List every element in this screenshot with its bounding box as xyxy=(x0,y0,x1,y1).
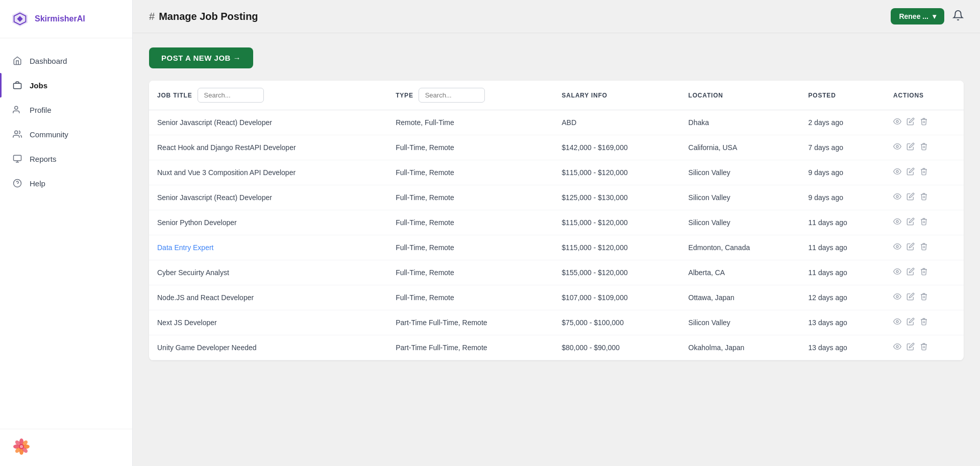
job-actions-cell xyxy=(885,160,964,185)
view-icon[interactable] xyxy=(893,317,901,328)
help-icon xyxy=(12,178,22,188)
profile-icon xyxy=(12,105,22,115)
sidebar-item-dashboard[interactable]: Dashboard xyxy=(0,48,132,73)
delete-icon[interactable] xyxy=(920,242,928,253)
table-row: Node.JS and React Developer Full-Time, R… xyxy=(149,285,964,310)
job-title-cell: Next JS Developer xyxy=(149,310,387,335)
job-salary-cell: $142,000 - $169,000 xyxy=(553,135,680,160)
type-search-input[interactable] xyxy=(419,88,485,103)
sidebar-item-reports[interactable]: Reports xyxy=(0,146,132,171)
edit-icon[interactable] xyxy=(906,292,915,303)
svg-point-21 xyxy=(896,120,898,122)
sidebar-item-label: Reports xyxy=(30,155,57,163)
delete-icon[interactable] xyxy=(920,117,928,128)
table-row: Cyber Secuirty Analyst Full-Time, Remote… xyxy=(149,260,964,285)
job-posted-cell: 2 days ago xyxy=(800,110,885,135)
job-location-cell: Okaholma, Japan xyxy=(680,335,800,360)
job-location-cell: Alberta, CA xyxy=(680,260,800,285)
view-icon[interactable] xyxy=(893,217,901,228)
job-title-cell: Nuxt and Vue 3 Composition API Developer xyxy=(149,160,387,185)
job-type-cell: Remote, Full-Time xyxy=(387,110,553,135)
user-menu-button[interactable]: Renee ... ▾ xyxy=(891,8,944,24)
job-type-cell: Full-Time, Remote xyxy=(387,260,553,285)
job-posted-cell: 11 days ago xyxy=(800,235,885,260)
table-row: Senior Python Developer Full-Time, Remot… xyxy=(149,210,964,235)
edit-icon[interactable] xyxy=(906,242,915,253)
page-title-area: # Manage Job Posting xyxy=(149,11,258,22)
job-actions-cell xyxy=(885,310,964,335)
edit-icon[interactable] xyxy=(906,167,915,178)
job-type-cell: Full-Time, Remote xyxy=(387,235,553,260)
job-actions-cell xyxy=(885,210,964,235)
sidebar-item-help[interactable]: Help xyxy=(0,171,132,195)
svg-point-25 xyxy=(896,220,898,223)
header: # Manage Job Posting Renee ... ▾ xyxy=(133,0,980,33)
table-row: Nuxt and Vue 3 Composition API Developer… xyxy=(149,160,964,185)
job-actions-cell xyxy=(885,335,964,360)
edit-icon[interactable] xyxy=(906,117,915,128)
dropdown-icon: ▾ xyxy=(933,12,936,20)
sidebar-item-label: Profile xyxy=(30,106,52,114)
table-row: Data Entry Expert Full-Time, Remote $115… xyxy=(149,235,964,260)
delete-icon[interactable] xyxy=(920,292,928,303)
job-location-cell: California, USA xyxy=(680,135,800,160)
job-type-cell: Full-Time, Remote xyxy=(387,185,553,210)
view-icon[interactable] xyxy=(893,117,901,128)
delete-icon[interactable] xyxy=(920,317,928,328)
view-icon[interactable] xyxy=(893,342,901,353)
edit-icon[interactable] xyxy=(906,192,915,203)
sidebar-item-label: Dashboard xyxy=(30,57,67,65)
job-location-cell: Silicon Valley xyxy=(680,210,800,235)
sidebar-item-community[interactable]: Community xyxy=(0,122,132,146)
job-posted-cell: 9 days ago xyxy=(800,160,885,185)
delete-icon[interactable] xyxy=(920,192,928,203)
sidebar: SkirmisherAI Dashboard Jobs xyxy=(0,0,133,466)
job-posted-cell: 11 days ago xyxy=(800,210,885,235)
logo-icon xyxy=(10,9,30,29)
svg-point-4 xyxy=(15,131,18,134)
delete-icon[interactable] xyxy=(920,342,928,353)
view-icon[interactable] xyxy=(893,267,901,278)
notification-bell-button[interactable] xyxy=(952,10,964,23)
job-title-cell: React Hook and Django RestAPI Developer xyxy=(149,135,387,160)
svg-point-24 xyxy=(896,195,898,198)
job-salary-cell: $155,000 - $120,000 xyxy=(553,260,680,285)
sidebar-nav: Dashboard Jobs Profile xyxy=(0,38,132,429)
view-icon[interactable] xyxy=(893,167,901,178)
svg-point-22 xyxy=(896,145,898,148)
edit-icon[interactable] xyxy=(906,342,915,353)
svg-point-26 xyxy=(896,246,898,248)
post-new-job-button[interactable]: POST A NEW JOB → xyxy=(149,47,253,68)
job-actions-cell xyxy=(885,235,964,260)
view-icon[interactable] xyxy=(893,192,901,203)
delete-icon[interactable] xyxy=(920,167,928,178)
col-location: LOCATION xyxy=(680,81,800,110)
job-title-search-input[interactable] xyxy=(198,88,264,103)
logo-area: SkirmisherAI xyxy=(0,0,132,38)
view-icon[interactable] xyxy=(893,242,901,253)
view-icon[interactable] xyxy=(893,292,901,303)
edit-icon[interactable] xyxy=(906,317,915,328)
delete-icon[interactable] xyxy=(920,267,928,278)
sidebar-item-profile[interactable]: Profile xyxy=(0,97,132,122)
col-actions: ACTIONS xyxy=(885,81,964,110)
edit-icon[interactable] xyxy=(906,267,915,278)
col-salary-info: SALARY INFO xyxy=(553,81,680,110)
delete-icon[interactable] xyxy=(920,142,928,153)
user-label: Renee ... xyxy=(899,12,928,20)
sidebar-item-label: Community xyxy=(30,130,68,139)
sidebar-item-jobs[interactable]: Jobs xyxy=(0,73,132,97)
table-row: Unity Game Developer Needed Part-Time Fu… xyxy=(149,335,964,360)
job-posted-cell: 13 days ago xyxy=(800,335,885,360)
main-content: # Manage Job Posting Renee ... ▾ POST A … xyxy=(133,0,980,466)
job-salary-cell: $107,000 - $109,000 xyxy=(553,285,680,310)
edit-icon[interactable] xyxy=(906,217,915,228)
job-actions-cell xyxy=(885,185,964,210)
job-type-cell: Full-Time, Remote xyxy=(387,210,553,235)
col-posted: POSTED xyxy=(800,81,885,110)
job-posted-cell: 9 days ago xyxy=(800,185,885,210)
delete-icon[interactable] xyxy=(920,217,928,228)
edit-icon[interactable] xyxy=(906,142,915,153)
job-salary-cell: $115,000 - $120,000 xyxy=(553,160,680,185)
view-icon[interactable] xyxy=(893,142,901,153)
